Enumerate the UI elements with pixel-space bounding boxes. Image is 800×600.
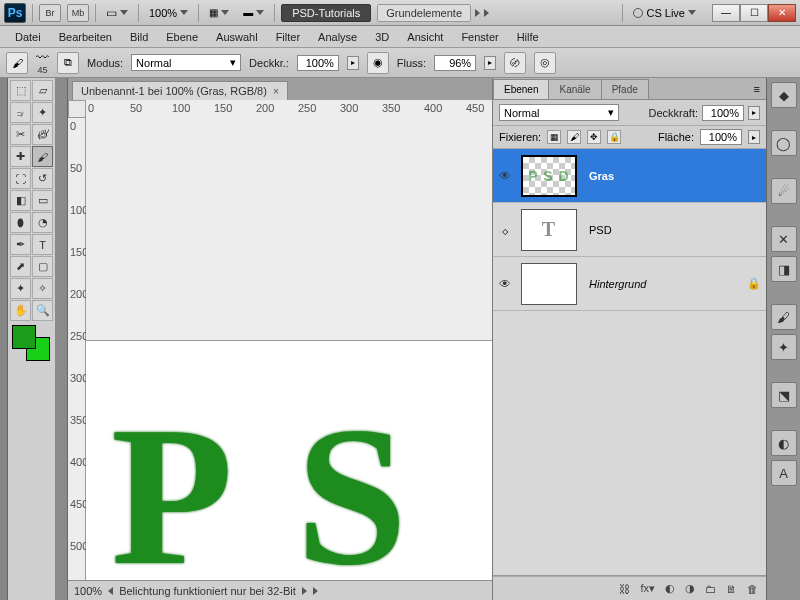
dock-tools1-icon[interactable]: ✕ — [771, 226, 797, 252]
lock-pixels-icon[interactable]: 🖌 — [567, 130, 581, 144]
menu-datei[interactable]: Datei — [6, 28, 50, 46]
doc-gutter[interactable] — [56, 78, 68, 600]
canvas[interactable]: P S — [86, 341, 492, 581]
delete-layer-icon[interactable]: 🗑 — [747, 583, 758, 595]
layer-name[interactable]: Hintergrund — [581, 278, 742, 290]
fill-flyout[interactable]: ▸ — [748, 130, 760, 144]
close-button[interactable]: ✕ — [768, 4, 796, 22]
dock-char-icon[interactable]: ◐ — [771, 430, 797, 456]
3d-camera-tool[interactable]: ✧ — [32, 278, 53, 299]
fill-input[interactable]: 100% — [700, 129, 742, 145]
bridge-button[interactable]: Br — [39, 4, 61, 22]
foreground-color[interactable] — [12, 325, 36, 349]
blend-mode-select[interactable]: Normal▾ — [131, 54, 241, 71]
layer-opacity-flyout[interactable]: ▸ — [748, 106, 760, 120]
menu-bearbeiten[interactable]: Bearbeiten — [50, 28, 121, 46]
close-doc-icon[interactable]: × — [273, 86, 279, 97]
document-tab[interactable]: Unbenannt-1 bei 100% (Gras, RGB/8) × — [72, 81, 288, 100]
3d-tool[interactable]: ✦ — [10, 278, 31, 299]
menu-ebene[interactable]: Ebene — [157, 28, 207, 46]
dock-brush-icon[interactable]: 🖌 — [771, 304, 797, 330]
dock-tools2-icon[interactable]: ◨ — [771, 256, 797, 282]
dock-para-icon[interactable]: A — [771, 460, 797, 486]
dock-history-icon[interactable]: ⬔ — [771, 382, 797, 408]
brush-tool[interactable]: 🖌 — [32, 146, 53, 167]
zoom-tool[interactable]: 🔍 — [32, 300, 53, 321]
zoom-level[interactable]: 100% — [145, 7, 192, 19]
airbrush-icon[interactable]: 〄 — [504, 52, 526, 74]
link-layers-icon[interactable]: ⛓ — [619, 583, 630, 595]
layer-opacity-input[interactable]: 100% — [702, 105, 744, 121]
menu-analyse[interactable]: Analyse — [309, 28, 366, 46]
dodge-tool[interactable]: ◔ — [32, 212, 53, 233]
visibility-icon[interactable]: ⬦ — [493, 222, 517, 238]
shape-tool[interactable]: ▢ — [32, 256, 53, 277]
layer-name[interactable]: PSD — [581, 224, 766, 236]
ruler-origin[interactable] — [68, 100, 86, 118]
status-next[interactable] — [302, 587, 307, 595]
lock-transparent-icon[interactable]: ▦ — [547, 130, 561, 144]
layer-blend-mode[interactable]: Normal▾ — [499, 104, 619, 121]
opacity-input[interactable]: 100% — [297, 55, 339, 71]
menu-filter[interactable]: Filter — [267, 28, 309, 46]
pressure-opacity-icon[interactable]: ◉ — [367, 52, 389, 74]
extras-button[interactable]: ▬ — [239, 7, 268, 18]
brush-size-display[interactable]: 45 — [37, 65, 47, 75]
eyedropper-tool[interactable]: ༗ — [32, 124, 53, 145]
arrange-docs-button[interactable]: ▦ — [205, 7, 233, 18]
type-tool[interactable]: T — [32, 234, 53, 255]
cslive-button[interactable]: CS Live — [629, 7, 700, 19]
pressure-size-icon[interactable]: ◎ — [534, 52, 556, 74]
healing-tool[interactable]: ✚ — [10, 146, 31, 167]
lasso-tool[interactable]: ⟉ — [10, 102, 31, 123]
brush-panel-toggle[interactable]: ⧉ — [57, 52, 79, 74]
menu-auswahl[interactable]: Auswahl — [207, 28, 267, 46]
horizontal-ruler[interactable]: 0 50 100 150 200 250 300 350 400 450 — [86, 100, 492, 341]
minibridge-button[interactable]: Mb — [67, 4, 89, 22]
blur-tool[interactable]: ⬮ — [10, 212, 31, 233]
tab-ebenen[interactable]: Ebenen — [493, 79, 549, 99]
status-menu[interactable] — [313, 587, 318, 595]
tab-kanaele[interactable]: Kanäle — [548, 79, 601, 99]
menu-hilfe[interactable]: Hilfe — [508, 28, 548, 46]
minimize-button[interactable]: — — [712, 4, 740, 22]
layer-row[interactable]: 👁 Hintergrund 🔒 — [493, 257, 766, 311]
left-dock-rail[interactable] — [0, 78, 8, 600]
gradient-tool[interactable]: ▭ — [32, 190, 53, 211]
move-tool[interactable]: ⬚ — [10, 80, 31, 101]
canvas-viewport[interactable]: P S — [86, 341, 492, 581]
color-swatches[interactable] — [10, 325, 54, 363]
workspace-secondary[interactable]: Grundelemente — [377, 4, 471, 22]
menu-ansicht[interactable]: Ansicht — [398, 28, 452, 46]
flow-flyout[interactable]: ▸ — [484, 56, 496, 70]
workspace-more[interactable] — [475, 9, 480, 17]
dock-adjust-icon[interactable]: ☄ — [771, 178, 797, 204]
visibility-icon[interactable]: 👁 — [493, 169, 517, 183]
layer-thumbnail[interactable] — [521, 263, 577, 305]
dock-layers-icon[interactable]: ◆ — [771, 82, 797, 108]
visibility-icon[interactable]: 👁 — [493, 277, 517, 291]
vertical-ruler[interactable]: 0 50 100 150 200 250 300 350 400 450 500 — [68, 118, 86, 580]
menu-bild[interactable]: Bild — [121, 28, 157, 46]
layer-thumbnail[interactable]: T — [521, 209, 577, 251]
menu-3d[interactable]: 3D — [366, 28, 398, 46]
opacity-flyout[interactable]: ▸ — [347, 56, 359, 70]
marquee-tool[interactable]: ▱ — [32, 80, 53, 101]
lock-position-icon[interactable]: ✥ — [587, 130, 601, 144]
layer-list[interactable]: 👁 P S D Gras ⬦ T PSD 👁 Hintergrund 🔒 — [493, 149, 766, 576]
mask-icon[interactable]: ◐ — [665, 582, 675, 595]
layer-row[interactable]: ⬦ T PSD — [493, 203, 766, 257]
path-select-tool[interactable]: ⬈ — [10, 256, 31, 277]
group-icon[interactable]: 🗀 — [705, 583, 716, 595]
dock-clone-icon[interactable]: ✦ — [771, 334, 797, 360]
workspace-switcher[interactable]: PSD-Tutorials — [281, 4, 371, 22]
adjustment-icon[interactable]: ◑ — [685, 582, 695, 595]
eraser-tool[interactable]: ◧ — [10, 190, 31, 211]
stamp-tool[interactable]: ⛶ — [10, 168, 31, 189]
status-prev[interactable] — [108, 587, 113, 595]
layer-thumbnail[interactable]: P S D — [521, 155, 577, 197]
menu-fenster[interactable]: Fenster — [452, 28, 507, 46]
tab-pfade[interactable]: Pfade — [601, 79, 649, 99]
layer-name[interactable]: Gras — [581, 170, 766, 182]
tool-preset-picker[interactable]: 🖌 — [6, 52, 28, 74]
